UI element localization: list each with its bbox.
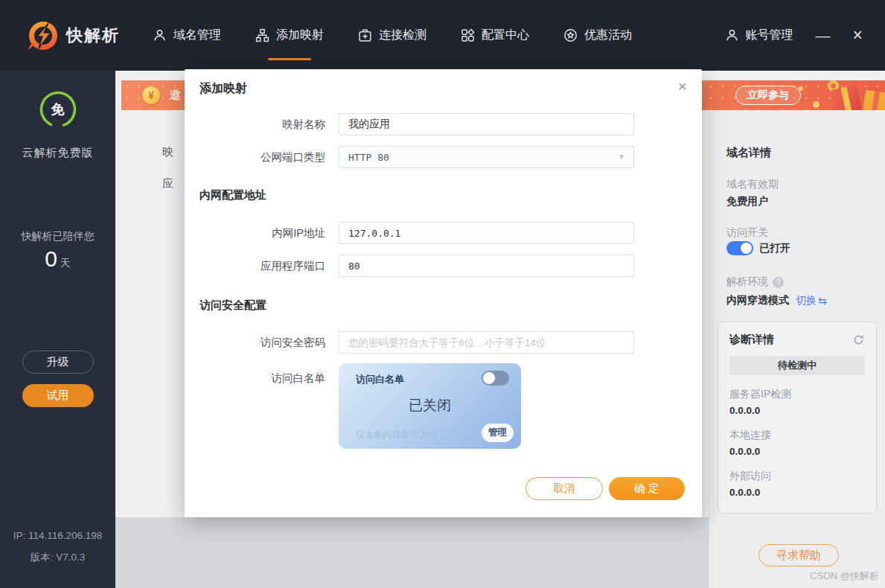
diagnosis-title: 诊断详情 <box>729 333 774 347</box>
join-now-button[interactable]: 立即参与 <box>735 86 801 105</box>
domain-detail-panel: 域名详情 域名有效期 免费用户 访问开关 已打开 解析环境 ? 内网穿透模式 切… <box>709 110 885 588</box>
access-switch-row: 已打开 <box>726 241 790 255</box>
access-password-label: 访问安全密码 <box>185 331 325 354</box>
domain-details-title: 域名详情 <box>726 146 771 160</box>
whitelist-hint: 仅名单内设置可访问 <box>356 429 436 441</box>
section-access-security: 访问安全配置 <box>199 298 266 313</box>
minimize-button[interactable]: — <box>816 28 831 43</box>
person-icon <box>153 28 167 42</box>
whitelist-status: 已关闭 <box>339 396 521 415</box>
companion-text: 快解析已陪伴您 <box>0 230 115 243</box>
days-unit: 天 <box>60 257 71 269</box>
env-mode-value: 内网穿透模式 <box>726 294 789 307</box>
swap-arrows-icon: ⇆ <box>818 295 827 307</box>
nav-label: 添加映射 <box>276 28 324 43</box>
nav-item-domains[interactable]: 域名管理 <box>153 28 221 43</box>
validity-value: 免费用户 <box>726 195 768 208</box>
access-toggle-on[interactable] <box>726 241 753 255</box>
whitelist-label: 访问白名单 <box>185 367 325 389</box>
seek-help-button[interactable]: 寻求帮助 <box>758 544 839 566</box>
plan-name: 云解析免费版 <box>0 146 115 160</box>
access-switch-status: 已打开 <box>759 242 790 255</box>
toggle-knob <box>483 372 495 384</box>
port-type-select[interactable] <box>339 146 634 168</box>
version-text: 版本: V7.0.3 <box>0 551 115 564</box>
diagnosis-item-label: 本地连接 <box>729 429 865 442</box>
port-type-label: 公网端口类型 <box>185 146 325 168</box>
main-nav: 域名管理 添加映射 连接检测 配置中心 优惠活动 <box>153 28 632 43</box>
days-counter: 0天 <box>0 246 115 272</box>
intranet-ip-label: 内网IP地址 <box>185 222 325 244</box>
diagnosis-item: 服务器IP检测 0.0.0.0 <box>729 388 865 416</box>
access-switch-label: 访问开关 <box>726 226 768 240</box>
diagnosis-status-badge: 待检测中 <box>729 356 865 375</box>
brand: 快解析 <box>28 21 120 51</box>
diagnosis-item: 外部访问 0.0.0.0 <box>729 470 865 498</box>
badge-star-icon <box>563 28 578 42</box>
help-icon[interactable]: ? <box>773 277 784 288</box>
dialog-close-button[interactable]: × <box>678 77 687 95</box>
gift-decoration <box>863 90 885 110</box>
env-row: 解析环境 ? <box>726 275 784 289</box>
trial-button[interactable]: 试用 <box>22 384 94 407</box>
banner-partial-text: 邀 <box>169 88 181 103</box>
diagnosis-item-label: 外部访问 <box>729 470 865 483</box>
free-plan-badge-icon: 免 <box>39 90 77 129</box>
nav-item-add-mapping[interactable]: 添加映射 <box>255 28 324 43</box>
switch-mode-label: 切换 <box>796 294 817 307</box>
brand-name: 快解析 <box>66 25 120 47</box>
titlebar: 快解析 域名管理 添加映射 连接检测 配置中心 优惠活动 <box>0 0 885 71</box>
nav-item-config-center[interactable]: 配置中心 <box>461 28 529 43</box>
gift-decoration <box>813 101 819 108</box>
person-icon <box>725 28 739 42</box>
app-port-label: 应用程序端口 <box>185 255 325 277</box>
gift-decoration <box>831 85 862 110</box>
whitelist-card-title: 访问白名单 <box>356 373 404 386</box>
nav-label: 域名管理 <box>173 28 221 43</box>
refresh-button[interactable] <box>852 333 865 346</box>
switch-mode-link[interactable]: 切换⇆ <box>796 294 827 307</box>
diagnosis-item-label: 服务器IP检测 <box>729 388 865 401</box>
app-port-input[interactable] <box>339 255 634 277</box>
coin-icon: ¥ <box>142 86 160 104</box>
left-sidebar: 免 云解析免费版 快解析已陪伴您 0天 升级 试用 IP: 114.116.20… <box>0 71 115 588</box>
window-close-button[interactable]: × <box>853 27 863 44</box>
access-password-input[interactable] <box>339 331 634 354</box>
covered-form-label: 应 <box>162 176 173 191</box>
env-label: 解析环境 <box>726 275 768 289</box>
add-mapping-dialog: 添加映射 × 映射名称 公网端口类型 ▼ 内网配置地址 内网IP地址 应用程序端… <box>185 69 702 517</box>
diagnosis-card: 诊断详情 待检测中 服务器IP检测 0.0.0.0 本地连接 0.0.0.0 外… <box>718 322 877 514</box>
refresh-icon <box>852 333 865 346</box>
public-ip-text: IP: 114.116.206.198 <box>0 530 115 541</box>
confirm-button[interactable]: 确 定 <box>609 477 685 500</box>
sitemap-icon <box>255 28 269 42</box>
brand-logo-icon <box>28 21 58 51</box>
intranet-ip-input[interactable] <box>339 222 634 244</box>
nav-item-promotions[interactable]: 优惠活动 <box>563 28 632 43</box>
whitelist-manage-button[interactable]: 管理 <box>482 424 514 442</box>
watermark-text: CSDN @快解析 <box>810 569 879 583</box>
account-label: 账号管理 <box>746 28 793 43</box>
nav-label: 配置中心 <box>482 28 529 43</box>
grid-icon <box>461 28 475 42</box>
nav-item-connection-test[interactable]: 连接检测 <box>358 28 426 43</box>
active-tab-underline <box>268 58 311 60</box>
nav-label: 连接检测 <box>379 28 426 43</box>
whitelist-toggle-off[interactable] <box>482 371 509 386</box>
gift-decoration <box>799 86 803 91</box>
toggle-knob <box>741 243 752 254</box>
whitelist-card: 访问白名单 已关闭 仅名单内设置可访问 管理 <box>339 363 521 449</box>
section-intranet-config: 内网配置地址 <box>199 188 266 202</box>
dialog-title: 添加映射 <box>199 81 247 97</box>
cancel-button[interactable]: 取消 <box>525 477 603 500</box>
validity-label: 域名有效期 <box>726 178 779 191</box>
diagnosis-item-value: 0.0.0.0 <box>729 487 865 498</box>
mapping-name-label: 映射名称 <box>185 113 325 135</box>
account-button[interactable]: 账号管理 <box>725 28 793 43</box>
days-value: 0 <box>45 246 57 271</box>
diagnosis-item-value: 0.0.0.0 <box>729 405 865 416</box>
upgrade-button[interactable]: 升级 <box>22 351 94 374</box>
free-badge-glyph: 免 <box>39 90 77 129</box>
mapping-name-input[interactable] <box>339 113 634 135</box>
env-mode-row: 内网穿透模式 切换⇆ <box>726 294 827 307</box>
